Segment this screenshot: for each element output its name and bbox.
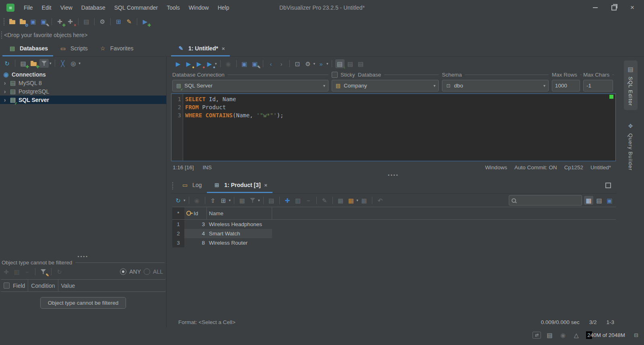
- maximize-panel-icon[interactable]: [605, 183, 611, 188]
- back-icon[interactable]: ‹: [266, 59, 276, 68]
- tree-item-postgresql[interactable]: ›▤PostgreSQL: [0, 87, 166, 96]
- undo-icon[interactable]: ↶: [376, 196, 385, 205]
- tree-root-connections[interactable]: ◉Connections: [0, 70, 166, 79]
- goto-next-icon-chevron[interactable]: ▾: [326, 62, 328, 66]
- save-as-editor-icon[interactable]: ▣✎: [250, 59, 260, 68]
- sql-editor[interactable]: 123 SELECT Id, NameFROM ProductWHERE CON…: [171, 94, 616, 161]
- connect-icon[interactable]: ✚✚: [55, 17, 64, 26]
- driver-status-icon[interactable]: ◉: [558, 330, 568, 339]
- create-folder-icon[interactable]: ✚: [29, 59, 38, 68]
- duplicate-row-icon[interactable]: ▥: [293, 196, 303, 205]
- grid-cell-id[interactable]: 4: [184, 229, 207, 238]
- editor-tools-icon-chevron[interactable]: ▾: [314, 62, 316, 66]
- rollback-tx-icon[interactable]: ▤: [356, 59, 365, 68]
- result-grid[interactable]: *IdName13Wireless Headphones24Smart Watc…: [172, 207, 616, 247]
- goto-next-icon[interactable]: »: [316, 59, 326, 68]
- tree-item-sql-server[interactable]: ›▤✓SQL Server: [0, 96, 166, 104]
- connection-dropdown[interactable]: ▤✓ SQL Server ▾: [172, 80, 328, 91]
- menu-database[interactable]: Database: [77, 4, 110, 11]
- database-status-icon[interactable]: ▤: [545, 330, 554, 339]
- tab-untitled-editor[interactable]: ✎1: Untitled*×: [171, 41, 230, 56]
- warning-icon[interactable]: △: [572, 330, 581, 339]
- grid-search-box[interactable]: [509, 195, 582, 206]
- close-icon[interactable]: ×: [630, 4, 634, 12]
- sticky-database-checkbox[interactable]: [332, 72, 338, 78]
- commit-icon[interactable]: ▤: [82, 17, 91, 26]
- editor-code[interactable]: SELECT Id, NameFROM ProductWHERE CONTAIN…: [183, 94, 283, 161]
- tree-chevron-icon[interactable]: ›: [2, 80, 7, 86]
- results-tab-log[interactable]: ▭Log: [175, 177, 207, 193]
- grid-mode-icon[interactable]: ⊞: [219, 196, 228, 205]
- table-data-icon[interactable]: ⊞: [114, 17, 123, 26]
- calculate-icon[interactable]: ▦: [237, 196, 247, 205]
- tree-chevron-icon[interactable]: ›: [2, 97, 7, 103]
- table-row[interactable]: 13Wireless Headphones: [172, 220, 616, 229]
- save-editor-icon[interactable]: ▣: [240, 59, 249, 68]
- results-splitter[interactable]: ••••: [171, 172, 616, 177]
- database-dropdown[interactable]: ▤ Company ▾: [332, 80, 439, 91]
- grid-cell-name[interactable]: Wireless Router: [207, 238, 272, 247]
- editor-tab-close-icon[interactable]: ×: [222, 46, 225, 52]
- refresh-filter-icon[interactable]: ↻: [55, 267, 64, 276]
- menu-sql-commander[interactable]: SQL Commander: [110, 4, 162, 11]
- forward-icon[interactable]: ›: [277, 59, 286, 68]
- tab-favorites[interactable]: ☆Favorites: [93, 41, 139, 56]
- grid-settings-icon[interactable]: ▦: [336, 196, 345, 205]
- filter-result-icon[interactable]: [248, 196, 257, 205]
- tab-databases[interactable]: ▤Databases: [2, 41, 53, 56]
- grid-col-name[interactable]: Name: [207, 207, 272, 219]
- insert-row-icon[interactable]: ✚: [283, 196, 292, 205]
- toolbar-grip[interactable]: [4, 18, 4, 25]
- execute-buffer-icon[interactable]: ▶●: [194, 59, 204, 68]
- memory-indicator[interactable]: 240M of 2048M: [586, 331, 626, 339]
- results-tab-1-product-3-[interactable]: ⊞1: Product [3]×: [207, 177, 272, 193]
- create-connection-icon[interactable]: ▤✚: [19, 59, 28, 68]
- sql-commander-icon[interactable]: ✎: [124, 17, 134, 26]
- locate-object-icon-chevron[interactable]: ▾: [79, 61, 81, 65]
- export-grid-icon[interactable]: ⇧: [208, 196, 218, 205]
- stop-result-icon[interactable]: ◉: [192, 196, 202, 205]
- disconnect-icon[interactable]: ✚×: [66, 17, 75, 26]
- stop-icon[interactable]: ◉: [224, 59, 233, 68]
- tree-item-mysql-8[interactable]: ›▤MySQL 8: [0, 79, 166, 87]
- search-input[interactable]: [518, 197, 579, 204]
- grid-highlight-icon-chevron[interactable]: ▾: [357, 198, 359, 202]
- filter-objects-icon-chevron[interactable]: ▾: [50, 61, 52, 65]
- rowid-icon[interactable]: ▤: [267, 196, 276, 205]
- grid-cell-name[interactable]: Wireless Headphones: [207, 220, 272, 229]
- menu-window[interactable]: Window: [184, 4, 213, 11]
- minimize-icon[interactable]: [593, 7, 598, 8]
- grid-mode-icon-chevron[interactable]: ▾: [229, 198, 231, 202]
- edit-cell-icon[interactable]: ✎: [320, 196, 329, 205]
- copy-filter-icon[interactable]: ▥: [12, 267, 21, 276]
- schema-dropdown[interactable]: ⊡ dbo ▾: [442, 80, 549, 91]
- grid-highlight-icon[interactable]: ▦: [347, 196, 356, 205]
- auto-commit-icon[interactable]: ▤↓: [335, 59, 345, 68]
- edit-filter-icon[interactable]: ✎: [39, 267, 48, 276]
- menu-help[interactable]: Help: [213, 4, 234, 11]
- side-tab-query-builder[interactable]: ❖Query Builder: [624, 117, 638, 175]
- save-icon[interactable]: ▣: [29, 17, 38, 26]
- execute-current-icon[interactable]: ▶●: [184, 59, 193, 68]
- open-recent-icon[interactable]: ⚙: [18, 17, 27, 26]
- save-as-icon[interactable]: ▣✎: [39, 17, 48, 26]
- favorites-grip[interactable]: [1, 31, 2, 39]
- new-bookmark-icon[interactable]: ▶✚: [140, 17, 150, 26]
- delete-row-icon[interactable]: −: [304, 196, 313, 205]
- sidebar-splitter[interactable]: ••••: [0, 254, 166, 259]
- table-row[interactable]: 38Wireless Router: [172, 238, 616, 247]
- grid-cell-id[interactable]: 8: [184, 238, 207, 247]
- menu-edit[interactable]: Edit: [37, 4, 56, 11]
- trash-icon[interactable]: ⊟: [632, 330, 641, 339]
- editor-tools-icon[interactable]: ⚙: [303, 59, 313, 68]
- locate-object-icon[interactable]: ◎: [69, 59, 78, 68]
- tab-scripts[interactable]: ▭Scripts: [53, 41, 93, 56]
- table-row[interactable]: 24Smart Watch: [172, 229, 616, 238]
- max-rows-input[interactable]: 1000: [552, 80, 580, 91]
- menu-tools[interactable]: Tools: [162, 4, 184, 11]
- rerun-icon-chevron[interactable]: ▾: [184, 198, 186, 202]
- all-radio[interactable]: [144, 268, 150, 275]
- refresh-objects-icon[interactable]: ↻: [2, 59, 12, 68]
- collapse-all-icon[interactable]: ╳: [58, 59, 68, 68]
- grid-view-icon[interactable]: ▦: [584, 196, 593, 205]
